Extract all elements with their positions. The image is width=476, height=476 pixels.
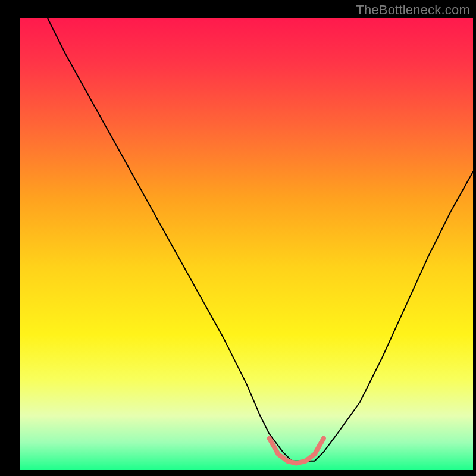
gradient-background xyxy=(20,18,473,470)
bottleneck-chart xyxy=(0,0,476,476)
watermark-label: TheBottleneck.com xyxy=(356,2,470,18)
chart-frame: TheBottleneck.com xyxy=(0,0,476,476)
